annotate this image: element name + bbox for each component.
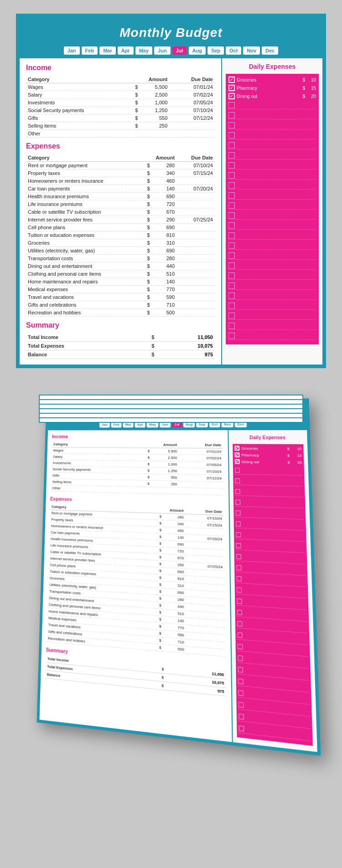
empty-checkbox[interactable] — [238, 702, 244, 708]
daily-checkbox[interactable] — [235, 459, 240, 464]
month-tab-feb[interactable]: Feb — [82, 46, 98, 55]
month-tab-nov[interactable]: Nov — [243, 46, 260, 55]
empty-checkbox[interactable] — [228, 102, 235, 108]
empty-checkbox[interactable] — [236, 510, 241, 515]
empty-checkbox[interactable] — [236, 532, 241, 537]
empty-checkbox[interactable] — [228, 282, 235, 289]
empty-checkbox[interactable] — [228, 112, 235, 118]
empty-checkbox[interactable] — [228, 162, 235, 169]
row-dollar: $ — [145, 162, 151, 169]
month-tab-sep[interactable]: Sep — [207, 46, 224, 55]
month-tab-jan[interactable]: Jan — [64, 46, 80, 55]
daily-expense-item: Pharmacy $ 15 — [228, 85, 316, 91]
empty-checkbox[interactable] — [228, 182, 235, 189]
empty-checkbox[interactable] — [235, 467, 240, 473]
empty-checkbox[interactable] — [228, 313, 235, 319]
daily-checkbox[interactable] — [228, 77, 235, 83]
daily-empty-row — [228, 121, 316, 129]
empty-checkbox[interactable] — [236, 565, 241, 570]
empty-checkbox[interactable] — [228, 222, 235, 229]
row-dollar: $ — [157, 554, 162, 561]
month-tab-aug[interactable]: Aug — [189, 46, 206, 55]
row-dollar: $ — [145, 270, 151, 278]
row-dollar: $ — [145, 293, 151, 301]
row-amount: 5,500 — [150, 448, 179, 455]
income-section-title: Income — [26, 64, 215, 72]
daily-expense-amount: 20 — [292, 460, 302, 465]
daily-title-2: Daily Expenses — [233, 435, 303, 440]
empty-checkbox[interactable] — [228, 212, 235, 219]
empty-checkbox[interactable] — [228, 272, 235, 279]
summary-label: Balance — [26, 350, 150, 359]
empty-checkbox[interactable] — [228, 172, 235, 179]
empty-checkbox[interactable] — [228, 333, 235, 339]
row-category: Cell phone plans — [26, 224, 145, 231]
row-category: Tuition or education expenses — [26, 231, 145, 239]
daily-checkbox[interactable] — [228, 93, 235, 99]
empty-checkbox[interactable] — [235, 499, 240, 504]
empty-checkbox[interactable] — [237, 610, 242, 615]
summary-dollar: $ — [160, 681, 166, 690]
empty-checkbox[interactable] — [238, 678, 243, 684]
table-row: Transportation costs $ 280 — [26, 255, 215, 262]
empty-checkbox[interactable] — [239, 725, 244, 731]
empty-checkbox[interactable] — [237, 576, 242, 581]
empty-checkbox[interactable] — [235, 478, 240, 483]
empty-checkbox[interactable] — [238, 714, 244, 719]
month-tab-may[interactable]: May — [135, 46, 152, 55]
row-amount: 550 — [139, 114, 169, 122]
daily-expense-item: Dining out $ 20 — [235, 459, 302, 465]
empty-checkbox[interactable] — [228, 232, 235, 239]
empty-checkbox[interactable] — [228, 242, 235, 249]
empty-checkbox[interactable] — [228, 252, 235, 259]
empty-checkbox[interactable] — [238, 643, 243, 649]
empty-checkbox[interactable] — [236, 543, 241, 548]
daily-empty-row — [228, 322, 316, 330]
daily-empty-row — [228, 171, 316, 180]
empty-checkbox[interactable] — [237, 598, 242, 604]
empty-checkbox[interactable] — [228, 152, 235, 159]
empty-checkbox[interactable] — [228, 323, 235, 329]
empty-checkbox[interactable] — [228, 142, 235, 149]
row-amount: 290 — [151, 216, 176, 224]
row-category: Transportation costs — [26, 255, 145, 262]
empty-checkbox[interactable] — [236, 521, 241, 526]
row-category: Rent or mortgage payment — [26, 162, 145, 169]
empty-checkbox[interactable] — [228, 303, 235, 309]
month-tab-oct[interactable]: Oct — [226, 46, 241, 55]
month-tab-jul[interactable]: Jul — [172, 46, 187, 55]
empty-checkbox[interactable] — [238, 667, 243, 673]
row-due: 07/25/24 — [176, 216, 215, 224]
daily-empty-row — [236, 541, 305, 553]
empty-checkbox[interactable] — [237, 621, 242, 626]
empty-checkbox[interactable] — [228, 192, 235, 199]
month-tab-apr[interactable]: Apr — [118, 46, 134, 55]
empty-checkbox[interactable] — [238, 632, 243, 637]
row-due — [179, 488, 223, 495]
empty-checkbox[interactable] — [238, 655, 243, 661]
empty-checkbox[interactable] — [238, 690, 244, 696]
daily-expense-dollar: $ — [287, 453, 290, 457]
daily-checkbox[interactable] — [234, 446, 239, 451]
month-tab-dec[interactable]: Dec — [262, 46, 278, 55]
row-category: Life insurance premiums — [26, 200, 145, 208]
empty-checkbox[interactable] — [228, 293, 235, 299]
row-category: Home maintenance and repairs — [26, 278, 145, 286]
daily-empty-row — [236, 530, 304, 542]
empty-checkbox[interactable] — [228, 202, 235, 209]
card-header: Monthly Budget — [20, 17, 322, 46]
daily-checkbox[interactable] — [235, 452, 240, 457]
empty-checkbox[interactable] — [235, 489, 240, 494]
daily-checkbox[interactable] — [228, 85, 235, 91]
empty-checkbox[interactable] — [228, 132, 235, 139]
row-dollar: $ — [145, 185, 151, 193]
daily-empty-row — [228, 151, 316, 159]
month-tab-jun[interactable]: Jun — [154, 46, 171, 55]
daily-empty-row — [237, 574, 306, 587]
empty-checkbox[interactable] — [228, 122, 235, 128]
empty-checkbox[interactable] — [228, 262, 235, 269]
empty-checkbox[interactable] — [236, 554, 241, 559]
empty-checkbox[interactable] — [237, 587, 242, 592]
row-category: Travel and vacations — [26, 293, 145, 301]
month-tab-mar[interactable]: Mar — [99, 46, 116, 55]
